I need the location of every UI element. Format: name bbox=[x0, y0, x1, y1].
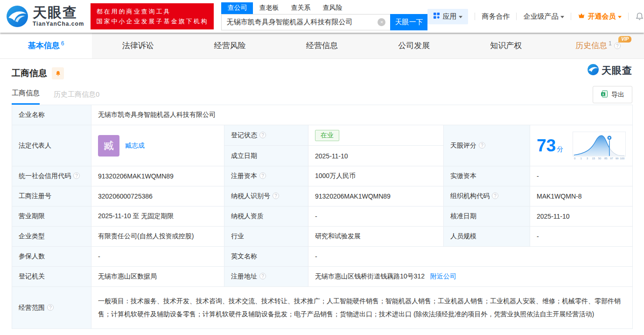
score-value: 73 bbox=[537, 136, 556, 155]
nav-divider bbox=[571, 13, 571, 20]
company-section-tabs: 基本信息 6 法律诉讼 经营风险 经营信息 公司发展 知识产权 VIP 历史信息… bbox=[0, 33, 644, 59]
notification-bell-icon[interactable] bbox=[635, 12, 644, 21]
table-row: 法定代表人 臧 臧志成 登记状态? 在业 天眼评分? 73分 bbox=[12, 125, 633, 146]
help-icon[interactable]: ? bbox=[73, 172, 80, 179]
field-label: 注册地址? bbox=[224, 267, 308, 287]
svg-text:15: 15 bbox=[592, 157, 595, 159]
table-row: 统一社会信用代码? 91320206MAK1WQMN89 注册资本? 1000万… bbox=[12, 166, 633, 186]
table-row: 工商注册号 320206000725386 纳税人识别号? 91320206MA… bbox=[12, 186, 633, 207]
svg-text:99: 99 bbox=[616, 157, 619, 159]
help-icon[interactable]: ? bbox=[259, 132, 266, 138]
reg-capital-value: 1000万人民币 bbox=[308, 166, 444, 186]
help-icon[interactable]: ? bbox=[492, 192, 498, 199]
field-label: 法定代表人 bbox=[12, 125, 91, 166]
svg-text:85: 85 bbox=[604, 157, 608, 159]
watermark-brand: 天眼查 bbox=[602, 64, 632, 77]
brand-name: 天眼查 bbox=[33, 6, 84, 20]
tab-count: 6 bbox=[61, 40, 64, 47]
field-label: 营业期限 bbox=[12, 207, 91, 227]
tab-operation-info[interactable]: 经营信息 bbox=[276, 33, 368, 58]
help-icon[interactable]: ? bbox=[47, 304, 54, 311]
svg-text:97: 97 bbox=[610, 157, 613, 159]
apps-grid-icon bbox=[433, 12, 440, 21]
table-row: 企业类型 有限责任公司(自然人投资或控股) 行业 研究和试验发展 人员规模 - bbox=[12, 227, 633, 247]
taxpayer-id-value: 91320206MAK1WQMN89 bbox=[308, 186, 444, 207]
field-label: 注册资本? bbox=[224, 166, 308, 186]
vip-badge: VIP bbox=[618, 36, 631, 43]
top-nav: 应用 商务合作 企业级产品 开通会员 bbox=[427, 9, 644, 24]
svg-text:1: 1 bbox=[580, 157, 581, 159]
tianyancha-logo-icon bbox=[6, 5, 29, 28]
svg-text:100: 100 bbox=[620, 157, 625, 159]
tab-operation-risk[interactable]: 经营风险 bbox=[184, 33, 276, 58]
approval-date-value: 2025-11-10 bbox=[530, 207, 633, 227]
nav-apps[interactable]: 应用 bbox=[427, 9, 468, 24]
help-icon[interactable]: ? bbox=[614, 43, 621, 49]
watermark-logo: 天眼查 bbox=[587, 64, 632, 77]
nav-divider bbox=[516, 13, 517, 20]
credit-code-value: 91320206MAK1WQMN89 bbox=[91, 166, 224, 186]
legal-rep-link[interactable]: 臧志成 bbox=[125, 142, 145, 150]
search-input[interactable] bbox=[221, 14, 390, 30]
subtab-history-business-info[interactable]: 历史工商信息0 bbox=[54, 90, 99, 105]
chevron-down-icon bbox=[618, 16, 622, 18]
tab-company-development[interactable]: 公司发展 bbox=[368, 33, 460, 58]
score-distribution-chart: 0 1 3 15 50 85 97 99 100 bbox=[573, 131, 626, 161]
help-icon[interactable]: ? bbox=[259, 273, 266, 279]
field-label: 参保人数 bbox=[12, 247, 91, 267]
field-label: 核准日期 bbox=[444, 207, 530, 227]
reg-number-value: 320206000725386 bbox=[91, 186, 224, 207]
search-area: 查公司 查老板 查关系 查风险 × 天眼一下 bbox=[221, 2, 427, 30]
svg-text:0: 0 bbox=[574, 157, 576, 159]
business-scope-value: 一般项目：技术服务、技术开发、技术咨询、技术交流、技术转让、技术推广；人工智能硬… bbox=[91, 287, 633, 329]
svg-text:50: 50 bbox=[598, 157, 602, 159]
company-type-value: 有限责任公司(自然人投资或控股) bbox=[91, 227, 224, 247]
field-label: 企业类型 bbox=[12, 227, 91, 247]
help-icon[interactable]: ? bbox=[273, 192, 279, 199]
business-term-value: 2025-11-10 至 无固定期限 bbox=[91, 207, 224, 227]
watermark-logo-icon bbox=[587, 64, 599, 77]
search-tab-company[interactable]: 查公司 bbox=[221, 2, 253, 14]
subscribe-bell-icon[interactable] bbox=[52, 67, 64, 79]
search-button[interactable]: 天眼一下 bbox=[390, 14, 427, 30]
staff-size-value: - bbox=[530, 227, 633, 247]
nav-divider bbox=[475, 13, 475, 20]
tianyancha-logo[interactable]: 天眼查 TianYanCha.com bbox=[6, 5, 84, 28]
search-tab-risk[interactable]: 查风险 bbox=[316, 2, 348, 14]
field-label: 组织机构代码? bbox=[444, 186, 530, 207]
tab-intellectual-property[interactable]: 知识产权 bbox=[460, 33, 552, 58]
tab-history-info[interactable]: VIP 历史信息 1 ? bbox=[552, 33, 644, 58]
legal-rep-cell: 臧 臧志成 bbox=[91, 125, 224, 166]
crown-icon bbox=[578, 12, 585, 21]
field-label: 英文名称 bbox=[224, 247, 308, 267]
search-tab-boss[interactable]: 查老板 bbox=[253, 2, 285, 14]
help-icon[interactable]: ? bbox=[259, 172, 266, 179]
status-badge: 在业 bbox=[315, 130, 339, 141]
nav-open-vip[interactable]: 开通会员 bbox=[578, 12, 622, 21]
field-label: 登记机关 bbox=[12, 267, 91, 287]
table-row: 经营范围? 一般项目：技术服务、技术开发、技术咨询、技术交流、技术转让、技术推广… bbox=[12, 287, 633, 329]
field-label: 工商注册号 bbox=[12, 186, 91, 207]
company-name-value: 无锡市凯奇具身智能机器人科技有限公司 bbox=[91, 105, 633, 125]
tab-legal-litigation[interactable]: 法律诉讼 bbox=[92, 33, 184, 58]
nav-enterprise-products[interactable]: 企业级产品 bbox=[523, 12, 564, 21]
help-icon[interactable]: ? bbox=[479, 142, 485, 149]
field-label: 实缴资本 bbox=[444, 166, 530, 186]
field-label: 人员规模 bbox=[444, 227, 530, 247]
org-code-value: MAK1WQMN-8 bbox=[530, 186, 633, 207]
avatar[interactable]: 臧 bbox=[98, 135, 119, 157]
nav-business-cooperation[interactable]: 商务合作 bbox=[482, 12, 510, 21]
nearby-companies-link[interactable]: 附近公司 bbox=[430, 272, 456, 280]
top-header: 天眼查 TianYanCha.com 都在用的商业查询工具 国家中小企业发展子基… bbox=[0, 0, 644, 33]
table-row: 企业名称 无锡市凯奇具身智能机器人科技有限公司 bbox=[12, 105, 633, 125]
export-button[interactable]: x 导出 bbox=[593, 86, 632, 103]
chevron-down-icon bbox=[560, 16, 564, 18]
business-info-section: 工商信息 天眼查 工商信息 历史工商信息0 x bbox=[0, 59, 644, 329]
chevron-down-icon bbox=[459, 16, 462, 18]
svg-text:3: 3 bbox=[587, 157, 588, 159]
search-tab-relation[interactable]: 查关系 bbox=[285, 2, 316, 14]
table-row: 参保人数 - 英文名称 - bbox=[12, 247, 633, 267]
tab-basic-info[interactable]: 基本信息 6 bbox=[0, 33, 92, 58]
subtab-business-info[interactable]: 工商信息 bbox=[12, 89, 40, 105]
nav-divider bbox=[628, 13, 629, 20]
